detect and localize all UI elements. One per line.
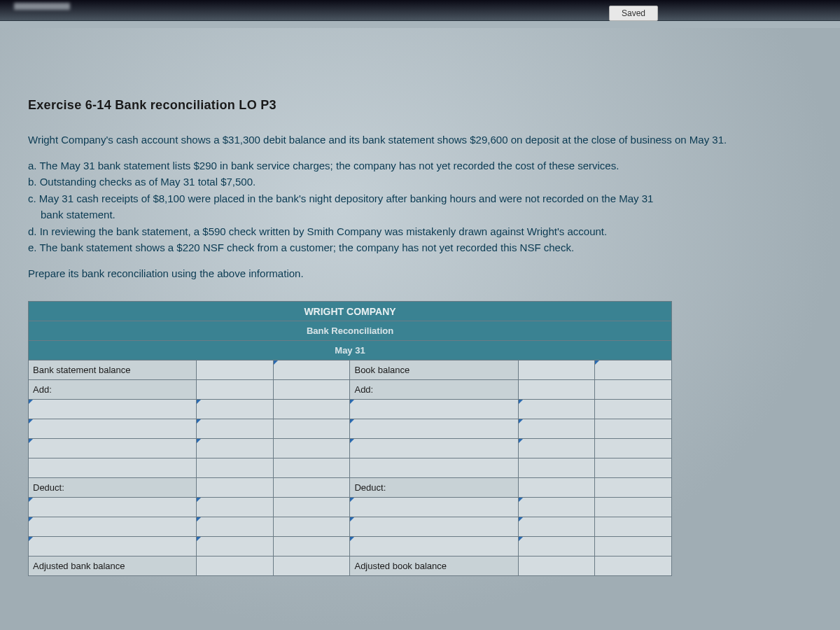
book-balance-label: Book balance — [350, 360, 518, 380]
item-c-line2: bank statement. — [28, 207, 812, 223]
book-deduct-desc-3[interactable] — [350, 537, 518, 556]
item-e: e. The bank statement shows a $220 NSF c… — [28, 240, 812, 256]
row-deduct-3 — [29, 537, 672, 556]
book-add-desc-2[interactable] — [350, 419, 518, 439]
bank-balance-amt2[interactable] — [273, 360, 350, 380]
bank-deduct-h-a[interactable] — [197, 478, 274, 498]
item-d: d. In reviewing the bank statement, a $5… — [28, 224, 812, 240]
bank-deduct-desc-1[interactable] — [29, 498, 197, 517]
table-heading: Bank Reconciliation — [29, 321, 672, 341]
adjusted-book-label: Adjusted book balance — [350, 556, 518, 576]
screen-top-bezel — [0, 0, 840, 21]
bank-deduct-amt-2b[interactable] — [273, 517, 350, 537]
book-add-amt-2a[interactable] — [518, 419, 595, 439]
bank-add-sub-a[interactable] — [197, 458, 274, 478]
bank-add-amt-3b[interactable] — [273, 439, 350, 458]
book-add-label: Add: — [350, 380, 518, 400]
row-deduct-header: Deduct: Deduct: — [29, 478, 672, 498]
exercise-page: Exercise 6-14 Bank reconciliation LO P3 … — [0, 28, 840, 630]
book-deduct-label: Deduct: — [350, 478, 518, 498]
row-add-header: Add: Add: — [29, 380, 672, 400]
book-add-sub-b[interactable] — [595, 458, 672, 478]
adjusted-book-a[interactable] — [518, 556, 595, 576]
bank-deduct-desc-2[interactable] — [29, 517, 197, 537]
row-add-subtotal — [29, 458, 672, 478]
item-b: b. Outstanding checks as of May 31 total… — [28, 174, 812, 190]
bank-deduct-label: Deduct: — [29, 478, 197, 498]
bank-add-amt-1a[interactable] — [197, 400, 274, 419]
adjusted-bank-b[interactable] — [273, 556, 350, 576]
bank-add-amt1[interactable] — [197, 380, 274, 400]
bank-add-desc-2[interactable] — [29, 419, 197, 439]
bank-add-sub-b[interactable] — [273, 458, 350, 478]
book-balance-amt2[interactable] — [595, 360, 672, 380]
book-add-desc-1[interactable] — [350, 400, 518, 419]
book-deduct-desc-1[interactable] — [350, 498, 518, 517]
book-deduct-amt-1a[interactable] — [518, 498, 595, 517]
row-deduct-1 — [29, 498, 672, 517]
instruction: Prepare its bank reconciliation using th… — [28, 266, 812, 282]
row-adjusted: Adjusted bank balance Adjusted book bala… — [29, 556, 672, 576]
bank-add-amt2[interactable] — [273, 380, 350, 400]
book-add-sub-a[interactable] — [518, 458, 595, 478]
row-balances: Bank statement balance Book balance — [29, 360, 672, 380]
row-add-2 — [29, 419, 672, 439]
book-deduct-amt-3a[interactable] — [518, 537, 595, 556]
book-deduct-h-b[interactable] — [595, 478, 672, 498]
bank-add-desc-1[interactable] — [29, 400, 197, 419]
reconciliation-table: WRIGHT COMPANY Bank Reconciliation May 3… — [28, 301, 672, 576]
bank-add-desc-3[interactable] — [29, 439, 197, 458]
item-a: a. The May 31 bank statement lists $290 … — [28, 158, 812, 174]
problem-text: Wright Company's cash account shows a $3… — [28, 132, 812, 281]
bank-deduct-amt-2a[interactable] — [197, 517, 274, 537]
saved-badge: Saved — [609, 6, 658, 21]
reconciliation-table-wrap: WRIGHT COMPANY Bank Reconciliation May 3… — [28, 301, 672, 576]
book-add-amt-2b[interactable] — [595, 419, 672, 439]
book-add-sub-desc[interactable] — [350, 458, 518, 478]
bank-deduct-amt-3b[interactable] — [273, 537, 350, 556]
exercise-title: Exercise 6-14 Bank reconciliation LO P3 — [28, 98, 812, 113]
book-add-amt-1b[interactable] — [595, 400, 672, 419]
adjusted-book-b[interactable] — [595, 556, 672, 576]
book-add-amt-3a[interactable] — [518, 439, 595, 458]
intro-paragraph: Wright Company's cash account shows a $3… — [28, 132, 812, 148]
bank-deduct-desc-3[interactable] — [29, 537, 197, 556]
table-company-header: WRIGHT COMPANY — [29, 302, 672, 321]
bank-add-amt-3a[interactable] — [197, 439, 274, 458]
book-add-amt-1a[interactable] — [518, 400, 595, 419]
row-add-3 — [29, 439, 672, 458]
book-deduct-amt-2a[interactable] — [518, 517, 595, 537]
bank-deduct-amt-1a[interactable] — [197, 498, 274, 517]
row-add-1 — [29, 400, 672, 419]
bank-add-amt-2a[interactable] — [197, 419, 274, 439]
book-add-amt1[interactable] — [518, 380, 595, 400]
book-deduct-amt-1b[interactable] — [595, 498, 672, 517]
book-balance-amt1[interactable] — [518, 360, 595, 380]
book-add-desc-3[interactable] — [350, 439, 518, 458]
adjusted-bank-a[interactable] — [197, 556, 274, 576]
bank-deduct-h-b[interactable] — [273, 478, 350, 498]
book-add-amt2[interactable] — [595, 380, 672, 400]
row-deduct-2 — [29, 517, 672, 537]
bank-add-label: Add: — [29, 380, 197, 400]
book-deduct-amt-2b[interactable] — [595, 517, 672, 537]
bank-balance-label: Bank statement balance — [29, 360, 197, 380]
book-deduct-desc-2[interactable] — [350, 517, 518, 537]
bank-add-amt-2b[interactable] — [273, 419, 350, 439]
book-deduct-h-a[interactable] — [518, 478, 595, 498]
adjusted-bank-label: Adjusted bank balance — [29, 556, 197, 576]
bank-balance-amt1[interactable] — [197, 360, 274, 380]
table-date: May 31 — [29, 341, 672, 360]
bank-deduct-amt-1b[interactable] — [273, 498, 350, 517]
bank-add-amt-1b[interactable] — [273, 400, 350, 419]
item-c-line1: c. May 31 cash receipts of $8,100 were p… — [28, 191, 812, 207]
bank-deduct-amt-3a[interactable] — [197, 537, 274, 556]
book-add-amt-3b[interactable] — [595, 439, 672, 458]
bank-add-sub-desc[interactable] — [29, 458, 197, 478]
book-deduct-amt-3b[interactable] — [595, 537, 672, 556]
